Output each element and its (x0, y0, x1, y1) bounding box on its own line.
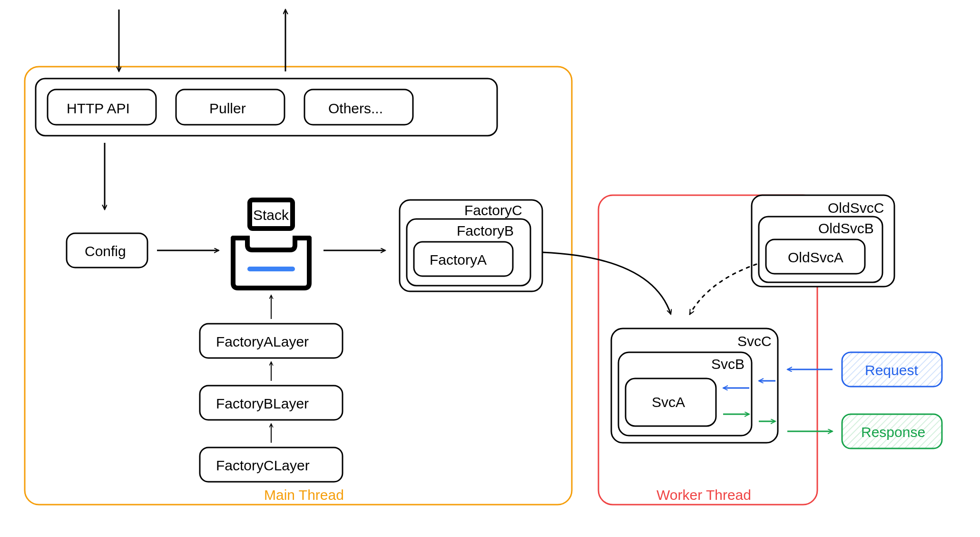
puller-label: Puller (209, 100, 246, 116)
arrow-oldsvc-to-svc (690, 264, 756, 314)
svc-b-label: SvcB (711, 356, 745, 372)
main-thread-label: Main Thread (264, 487, 344, 503)
old-svc-c-label: OldSvcC (828, 200, 884, 216)
response-label: Response (861, 424, 925, 440)
others-label: Others... (328, 100, 383, 116)
factory-b-layer-label: FactoryBLayer (216, 396, 309, 411)
old-svc-b-label: OldSvcB (818, 220, 874, 236)
request-label: Request (865, 362, 918, 378)
old-svc-a-label: OldSvcA (788, 249, 843, 265)
factory-c-label: FactoryC (464, 202, 522, 218)
stack-icon: Stack (233, 200, 309, 288)
http-api-label: HTTP API (67, 100, 130, 116)
factory-b-label: FactoryB (457, 223, 514, 239)
worker-thread-label: Worker Thread (657, 487, 751, 503)
svc-c-label: SvcC (737, 333, 772, 349)
architecture-diagram: Main Thread HTTP API Puller Others... Co… (0, 0, 980, 537)
factory-c-layer-label: FactoryCLayer (216, 457, 310, 473)
arrow-factories-to-svc (542, 252, 671, 314)
factory-a-layer-label: FactoryALayer (216, 334, 309, 349)
stack-label: Stack (253, 207, 289, 223)
factory-a-label: FactoryA (430, 252, 487, 268)
svc-a-label: SvcA (652, 394, 685, 410)
config-label: Config (85, 243, 126, 259)
